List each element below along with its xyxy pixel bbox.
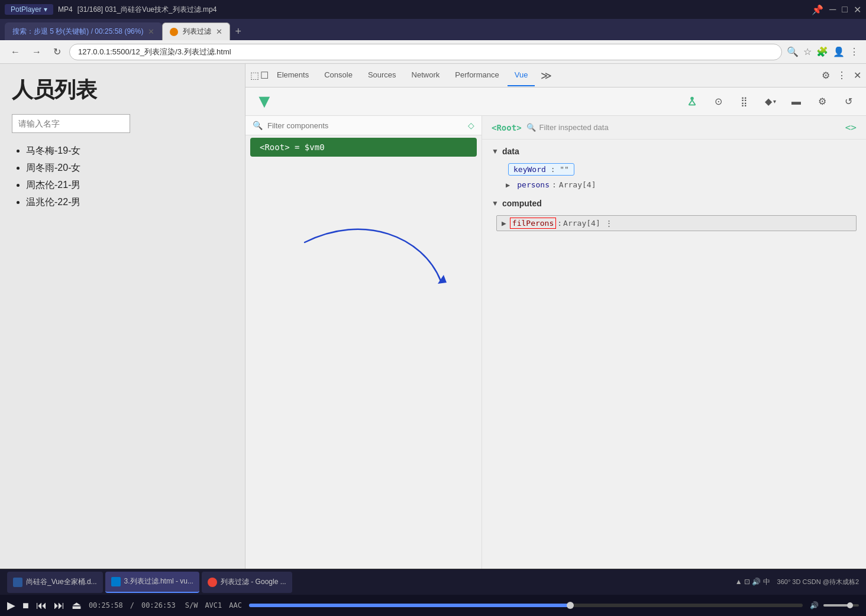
tab-bar: 搜索：步退 5 秒(关键帧) / 00:25:58 (96%) ✕ 列表过滤 ✕… (0, 19, 866, 40)
svg-point-0 (690, 96, 694, 100)
device-icon[interactable]: ☐ (260, 70, 269, 81)
settings-icon[interactable]: ⚙ (822, 70, 830, 81)
profile-icon[interactable]: 👤 (833, 46, 845, 57)
data-section-label: data (502, 147, 519, 156)
menu-icon[interactable]: ⋮ (849, 46, 859, 57)
new-tab-button[interactable]: + (230, 22, 246, 40)
tab-network[interactable]: Network (405, 65, 447, 86)
main-area: 人员列表 马冬梅-19-女 周冬雨-20-女 周杰伦-21-男 温兆伦-22-男… (0, 64, 866, 569)
component-tree-panel: 🔍 ◇ <Root> = $vm0 (245, 116, 482, 569)
data-section-header[interactable]: ▼ data (492, 147, 857, 156)
star-icon[interactable]: ☆ (803, 46, 812, 57)
tab-vue[interactable]: Vue (508, 65, 535, 86)
vue-component-icon[interactable] (684, 93, 700, 110)
bookmark-icon[interactable]: 🔍 (787, 46, 799, 57)
maximize-icon[interactable]: □ (842, 4, 848, 15)
page-title: 人员列表 (12, 76, 233, 105)
keyword-value: "" (560, 165, 569, 174)
word-icon (13, 578, 22, 587)
keyword-row: keyWord : "" (492, 161, 857, 178)
tab-active-label: 列表过滤 (183, 27, 211, 37)
forward-button[interactable]: → (28, 46, 45, 59)
persons-expand-arrow: ▶ (506, 181, 510, 189)
filperons-colon: : (557, 219, 562, 228)
address-bar: ← → ↻ 🔍 ☆ 🧩 👤 ⋮ (0, 40, 866, 64)
person-list: 马冬梅-19-女 周冬雨-20-女 周杰伦-21-男 温兆伦-22-男 (12, 145, 233, 209)
svg-line-1 (689, 100, 693, 105)
stop-button[interactable]: ■ (22, 599, 29, 612)
close-icon[interactable]: ✕ (854, 4, 861, 15)
tab-elements[interactable]: Elements (270, 65, 316, 86)
taskbar-icons: ▲ ⊡ 🔊 中 (735, 577, 770, 587)
vue-router-icon[interactable]: ◆ ▾ (762, 93, 778, 110)
root-component-row[interactable]: <Root> = $vm0 (250, 138, 477, 157)
dropdown-arrow: ▾ (44, 5, 47, 14)
volume-controls: 🔊 (810, 601, 859, 609)
code-toggle-icon[interactable]: <> (845, 122, 857, 133)
address-input[interactable] (69, 44, 782, 60)
persons-row[interactable]: ▶ persons : Array[4] (492, 178, 857, 192)
more-tabs-icon[interactable]: ≫ (536, 69, 557, 82)
prev-button[interactable]: ⏮ (36, 599, 47, 612)
devtools-toolbar-right: ⚙ ⋮ ✕ (822, 70, 861, 81)
devtools-close-icon[interactable]: ✕ (854, 70, 861, 81)
next-button[interactable]: ⏭ (54, 599, 64, 612)
codec-display: AVC1 (205, 601, 222, 609)
pin-icon[interactable]: 📌 (812, 4, 823, 15)
keyword-colon: : (551, 165, 560, 174)
vue-refresh-icon[interactable]: ↺ (840, 93, 857, 110)
tab-search[interactable]: 搜索：步退 5 秒(关键帧) / 00:25:58 (96%) ✕ (5, 22, 162, 40)
volume-icon[interactable]: 🔊 (810, 601, 819, 609)
progress-bar[interactable] (249, 604, 803, 607)
vue-store-icon[interactable]: ⣿ (736, 93, 752, 110)
taskbar-label-chrome: 列表过滤 - Google ... (221, 577, 286, 587)
address-icons: 🔍 ☆ 🧩 👤 ⋮ (787, 46, 859, 57)
progress-fill (249, 604, 570, 607)
devtools-toolbar: ⬚ ☐ Elements Console Sources Network Per… (245, 64, 866, 87)
devtools-menu-icon[interactable]: ⋮ (837, 70, 846, 81)
extensions-icon[interactable]: 🧩 (816, 46, 828, 57)
computed-section-header[interactable]: ▼ computed (492, 199, 857, 208)
format-label: MP4 (58, 5, 73, 14)
tab-search-label: 搜索：步退 5 秒(关键帧) / 00:25:58 (96%) (12, 27, 143, 37)
tab-active[interactable]: 列表过滤 ✕ (162, 22, 230, 40)
taskbar-item-chrome[interactable]: 列表过滤 - Google ... (202, 572, 292, 593)
vue-perf-icon[interactable]: ▬ (788, 93, 804, 110)
webpage-panel: 人员列表 马冬梅-19-女 周冬雨-20-女 周杰伦-21-男 温兆伦-22-男 (0, 64, 245, 569)
taskbar-item-word[interactable]: 尚硅谷_Vue全家桶.d... (7, 572, 103, 593)
vue-timeline-icon[interactable]: ⊙ (710, 93, 726, 110)
list-item: 周杰伦-21-男 (26, 179, 233, 192)
app-name[interactable]: PotPlayer ▾ (5, 4, 53, 15)
filperons-key: filPerons (510, 218, 556, 229)
filter-label: Filter inspected data (539, 123, 609, 132)
list-item: 周冬雨-20-女 (26, 162, 233, 174)
data-section: ▼ data keyWord : "" (482, 140, 866, 241)
taskbar-item-vscode[interactable]: 3.列表过滤.html - vu... (105, 572, 199, 593)
tab-performance[interactable]: Performance (448, 65, 506, 86)
volume-fill (823, 604, 850, 607)
volume-thumb[interactable] (847, 602, 853, 608)
tab-search-close[interactable]: ✕ (148, 27, 154, 36)
inspector-header: <Root> 🔍 Filter inspected data <> (482, 116, 866, 140)
devtools-panel: ⬚ ☐ Elements Console Sources Network Per… (245, 64, 866, 569)
tab-sources[interactable]: Sources (361, 65, 403, 86)
reload-button[interactable]: ↻ (50, 45, 64, 59)
vue-logo: ▼ (255, 90, 274, 112)
diamond-icon: ◇ (468, 121, 474, 130)
progress-thumb[interactable] (567, 602, 574, 609)
component-filter-input[interactable] (267, 121, 463, 130)
cursor-icon[interactable]: ⬚ (250, 70, 259, 81)
play-button[interactable]: ▶ (7, 599, 15, 612)
vue-settings-icon[interactable]: ⚙ (814, 93, 831, 110)
tab-active-close[interactable]: ✕ (216, 27, 222, 36)
filperons-actions[interactable]: ⋮ (605, 219, 613, 228)
computed-collapse-arrow: ▼ (492, 199, 499, 208)
filperons-row: ▶ filPerons : Array[4] ⋮ (496, 213, 857, 234)
minimize-icon[interactable]: ─ (829, 4, 836, 15)
filperons-expand-arrow[interactable]: ▶ (502, 219, 506, 228)
volume-bar[interactable] (823, 604, 859, 607)
eject-button[interactable]: ⏏ (72, 599, 82, 612)
back-button[interactable]: ← (7, 46, 24, 59)
search-input[interactable] (12, 114, 130, 133)
tab-console[interactable]: Console (317, 65, 360, 86)
